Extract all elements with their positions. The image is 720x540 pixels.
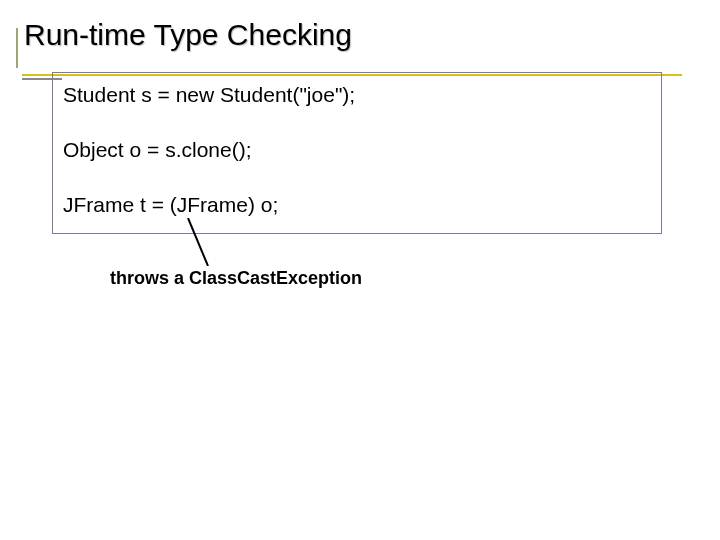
slide: Run-time Type Checking Student s = new S… (0, 0, 720, 540)
code-line-1: Student s = new Student("joe"); (63, 83, 651, 106)
code-line-3: JFrame t = (JFrame) o; (63, 193, 651, 216)
code-line-2: Object o = s.clone(); (63, 138, 651, 161)
code-box: Student s = new Student("joe"); Object o… (52, 72, 662, 234)
title-bar: Run-time Type Checking (0, 18, 352, 52)
slide-title: Run-time Type Checking (24, 18, 352, 52)
title-accent-vertical (16, 28, 18, 68)
caption-text: throws a ClassCastException (110, 268, 362, 289)
